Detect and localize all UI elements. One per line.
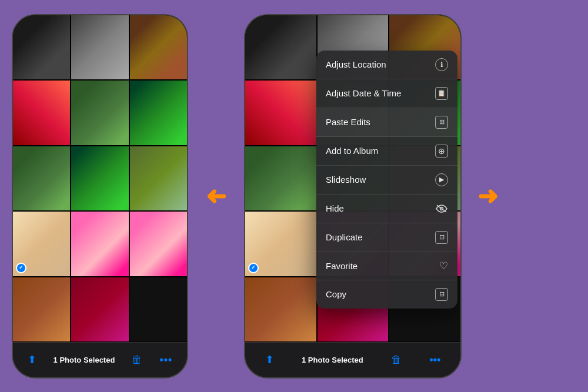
menu-item-label: Duplicate [326, 232, 363, 242]
menu-item-adjust-location[interactable]: Adjust Location ℹ [316, 51, 457, 79]
photo-cell-selected[interactable]: ✓ [13, 212, 70, 276]
photo-cell[interactable] [71, 15, 128, 80]
menu-item-add-to-album[interactable]: Add to Album ⊕ [316, 137, 457, 166]
photo-cell[interactable] [130, 212, 187, 276]
menu-item-label: Paste Edits [326, 117, 370, 127]
photo-cell[interactable] [245, 15, 316, 80]
right-photo-grid: ✓ Adjust Location ℹ Adjust Date & Time [245, 15, 460, 342]
share-button-right[interactable]: ⬆ [265, 353, 274, 366]
menu-item-label: Add to Album [326, 146, 378, 156]
right-phone: ✓ Adjust Location ℹ Adjust Date & Time [244, 14, 462, 378]
menu-item-paste-edits[interactable]: Paste Edits ⊞ [316, 108, 457, 137]
context-menu: Adjust Location ℹ Adjust Date & Time 📋 P… [316, 51, 457, 309]
more-button[interactable]: ••• [160, 354, 173, 366]
left-orange-arrow: ➜ [206, 182, 226, 210]
menu-item-duplicate[interactable]: Duplicate ⊡ [316, 223, 457, 252]
selection-indicator: ✓ [16, 263, 26, 273]
menu-item-label: Adjust Location [326, 59, 386, 69]
photo-cell[interactable] [71, 146, 128, 211]
delete-button[interactable]: 🗑 [132, 354, 142, 366]
photo-cell[interactable] [71, 277, 128, 342]
photo-cell[interactable] [245, 277, 316, 342]
copy-icon: ⊟ [435, 288, 448, 301]
left-toolbar: ⬆ 1 Photo Selected 🗑 ••• [13, 342, 187, 377]
photo-cell[interactable] [13, 81, 70, 145]
selection-status-right: 1 Photo Selected [302, 356, 363, 364]
paste-icon: ⊞ [435, 116, 448, 129]
photo-cell[interactable] [13, 146, 70, 211]
photo-cell[interactable] [71, 81, 128, 145]
photo-cell-selected[interactable]: ✓ [245, 212, 316, 276]
photo-cell[interactable] [13, 277, 70, 342]
left-phone: ✓ ⬆ 1 Photo Selected 🗑 ••• [12, 14, 188, 378]
duplicate-icon: ⊡ [435, 231, 448, 244]
right-phone-wrapper: ✓ Adjust Location ℹ Adjust Date & Time [244, 14, 462, 378]
menu-item-copy[interactable]: Copy ⊟ [316, 280, 457, 309]
left-arrow-area: ➜ [206, 182, 226, 210]
menu-item-label: Slideshow [326, 175, 366, 185]
add-album-icon: ⊕ [435, 145, 448, 158]
info-icon: ℹ [435, 58, 448, 71]
delete-button-right[interactable]: 🗑 [391, 354, 402, 366]
play-icon: ▶ [435, 173, 448, 186]
menu-item-label: Hide [326, 203, 344, 213]
menu-item-slideshow[interactable]: Slideshow ▶ [316, 166, 457, 195]
menu-item-label: Copy [326, 289, 346, 299]
right-toolbar: ⬆ 1 Photo Selected 🗑 ••• [245, 342, 460, 377]
calendar-icon: 📋 [435, 87, 448, 100]
photo-cell[interactable] [130, 81, 187, 145]
menu-item-label: Adjust Date & Time [326, 88, 401, 98]
photo-cell[interactable] [13, 15, 70, 80]
photo-cell[interactable] [71, 212, 128, 276]
main-container: ✓ ⬆ 1 Photo Selected 🗑 ••• ➜ [0, 0, 588, 392]
more-button-right[interactable]: ••• [429, 354, 440, 366]
photo-cell[interactable] [130, 146, 187, 211]
share-button[interactable]: ⬆ [28, 353, 36, 366]
photo-cell[interactable] [130, 15, 187, 80]
selection-status: 1 Photo Selected [54, 356, 115, 364]
heart-icon: ♡ [439, 260, 448, 272]
menu-item-label: Favorite [326, 261, 358, 271]
photo-cell[interactable] [245, 81, 316, 145]
photo-cell[interactable] [245, 146, 316, 211]
photo-cell[interactable] [130, 277, 187, 342]
menu-item-favorite[interactable]: Favorite ♡ [316, 252, 457, 280]
selection-indicator: ✓ [248, 263, 259, 273]
left-photo-grid: ✓ [13, 15, 187, 342]
menu-item-hide[interactable]: Hide [316, 195, 457, 223]
menu-item-adjust-date-time[interactable]: Adjust Date & Time 📋 [316, 79, 457, 108]
right-orange-arrow: ➜ [477, 182, 498, 210]
hide-icon [435, 202, 448, 215]
